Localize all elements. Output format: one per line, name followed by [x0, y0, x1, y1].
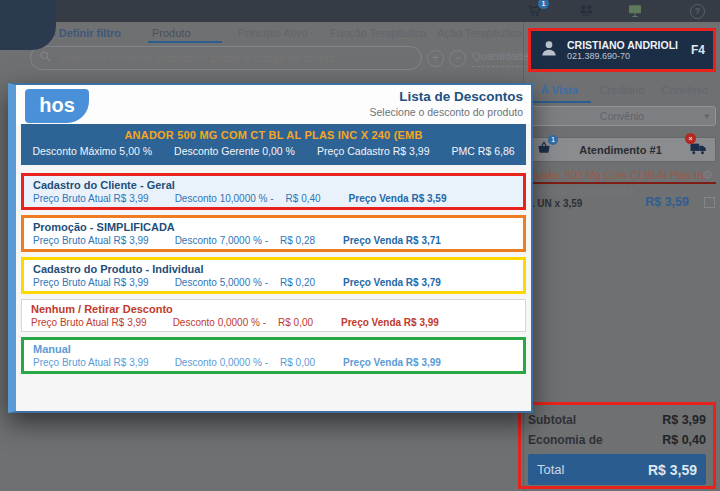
subtotal-row: Subtotal R$ 3,99 — [528, 410, 706, 430]
discount-amount: R$ 0,28 — [280, 235, 315, 246]
top-bar — [0, 0, 720, 22]
product-info-bar: ANADOR 500 MG COM CT BL AL PLAS INC X 24… — [21, 124, 526, 165]
subtotal-value: R$ 3,99 — [662, 413, 706, 427]
person-icon — [539, 38, 559, 62]
tab-principio-ativo[interactable]: Princípio Ativo — [238, 27, 308, 39]
economy-row: Economia de R$ 0,40 — [528, 430, 706, 450]
app-logo — [0, 0, 56, 50]
economy-label: Economia de — [528, 433, 603, 447]
discount-percent: Desconto 0,0000 % - — [175, 357, 268, 368]
decrease-quantity-button[interactable]: − — [449, 50, 466, 67]
customer-name: CRISTIANO ANDRIOLI — [567, 39, 691, 51]
tab-funcao-terapeutica[interactable]: Função Terapêutica — [330, 27, 426, 39]
sale-price: Preço Venda R$ 3,99 — [341, 317, 439, 328]
customer-shortcut: F4 — [691, 43, 705, 57]
tab-acao-terapeutica[interactable]: Ação Terapêutica — [437, 27, 522, 39]
modal-title: Lista de Descontos — [369, 89, 523, 106]
help-button[interactable]: ? — [690, 4, 705, 19]
discount-options-list: Cadastro do Cliente - Geral Preço Bruto … — [21, 173, 526, 374]
delivery-unavailable-badge: × — [685, 133, 696, 144]
gross-price: Preço Bruto Atual R$ 3,99 — [33, 193, 149, 204]
discount-option-customer-general[interactable]: Cadastro do Cliente - Geral Preço Bruto … — [21, 173, 526, 210]
cart-button[interactable]: 1 — [527, 3, 542, 19]
convenio-select[interactable]: Convênio ▾ — [528, 106, 716, 126]
discount-percent: Desconto 0,0000 % - — [173, 317, 266, 328]
cart-item-quantity: 1 UN x 3,59 — [529, 198, 582, 209]
gross-price: Preço Bruto Atual R$ 3,99 — [33, 235, 149, 246]
discount-option-title: Manual — [33, 343, 514, 355]
discount-list-modal: hos Lista de Descontos Selecione o desco… — [8, 83, 533, 413]
sale-price: Preço Venda R$ 3,99 — [343, 357, 441, 368]
modal-header: hos Lista de Descontos Selecione o desco… — [16, 85, 531, 124]
monitor-button[interactable] — [627, 3, 643, 19]
discount-percent: Desconto 7,0000 % - — [175, 235, 268, 246]
discount-amount: R$ 0,40 — [286, 193, 321, 204]
tab-produto-underline — [148, 41, 222, 43]
total-value: R$ 3,59 — [648, 462, 697, 478]
discount-percent: Desconto 10,0000 % - — [175, 193, 274, 204]
gross-price: Preço Bruto Atual R$ 3,99 — [33, 357, 149, 368]
search-input[interactable] — [58, 51, 413, 65]
manager-discount: Desconto Gerente 0,00 % — [174, 145, 295, 157]
discount-option-title: Promoção - SIMPLIFICADA — [33, 221, 514, 233]
attendance-bar[interactable]: 1 Atendimento #1 × — [528, 137, 716, 162]
totals-box: Subtotal R$ 3,99 Economia de R$ 0,40 Tot… — [518, 402, 716, 489]
cart-item-checkbox[interactable] — [704, 197, 715, 208]
search-icon — [39, 49, 52, 67]
gross-price: Preço Bruto Atual R$ 3,99 — [31, 317, 147, 328]
quantity-field[interactable]: Quantidade — [472, 50, 529, 67]
discount-option-manual[interactable]: Manual Preço Bruto Atual R$ 3,99 Descont… — [21, 337, 526, 374]
discount-option-title: Nenhum / Retirar Desconto — [31, 303, 516, 315]
monitor-icon — [627, 3, 643, 18]
sale-price: Preço Venda R$ 3,71 — [343, 235, 441, 246]
product-search[interactable] — [30, 46, 422, 70]
discount-amount: R$ 0,00 — [278, 317, 313, 328]
discount-option-none[interactable]: Nenhum / Retirar Desconto Preço Bruto At… — [21, 299, 526, 332]
basket-icon: 1 — [536, 140, 552, 160]
pmc-price: PMC R$ 6,86 — [452, 145, 515, 157]
customer-document: 021.389.690-70 — [567, 51, 691, 61]
sale-price: Preço Venda R$ 3,79 — [343, 277, 441, 288]
total-label: Total — [537, 462, 564, 477]
modal-subtitle: Selecione o desconto do produto — [369, 106, 523, 119]
hos-logo: hos — [25, 89, 89, 123]
users-button[interactable] — [578, 3, 594, 19]
pos-screen: 1 ? F10 - Definir filtro Produto Princíp… — [0, 0, 720, 491]
customer-box[interactable]: CRISTIANO ANDRIOLI 021.389.690-70 F4 — [528, 28, 716, 72]
gear-icon[interactable]: ⚙ — [702, 168, 713, 182]
basket-badge: 1 — [548, 135, 558, 145]
cart-item-price: R$ 3,59 — [614, 195, 689, 209]
cart-icon: 1 — [527, 3, 542, 18]
cart-item-accent — [524, 182, 716, 184]
help-icon: ? — [690, 4, 705, 19]
subtotal-label: Subtotal — [528, 413, 576, 427]
max-discount: Desconto Máximo 5,00 % — [32, 145, 152, 157]
convenio-selected: Convênio — [600, 110, 644, 122]
users-icon — [578, 3, 594, 18]
total-bar: Total R$ 3,59 — [528, 454, 706, 485]
tab-crediario[interactable]: Crediário — [591, 84, 654, 103]
economy-value: R$ 0,40 — [662, 433, 706, 447]
payment-tabs: À Vista Crediário Convênio — [528, 84, 716, 103]
tab-a-vista[interactable]: À Vista — [528, 84, 591, 103]
discount-option-title: Cadastro do Cliente - Geral — [33, 179, 514, 191]
discount-option-product-individual[interactable]: Cadastro do Produto - Individual Preço B… — [21, 257, 526, 294]
discount-option-promotion[interactable]: Promoção - SIMPLIFICADA Preço Bruto Atua… — [21, 215, 526, 252]
register-price: Preço Cadastro R$ 3,99 — [317, 145, 430, 157]
increase-quantity-button[interactable]: + — [427, 50, 444, 67]
chevron-down-icon: ▾ — [704, 111, 709, 121]
cart-item-name[interactable]: Anador 500 Mg Com Ct Bl Al Plas Inc X — [526, 169, 708, 181]
discount-amount: R$ 0,20 — [280, 277, 315, 288]
sale-price: Preço Venda R$ 3,59 — [349, 193, 447, 204]
gross-price: Preço Bruto Atual R$ 3,99 — [33, 277, 149, 288]
attendance-label: Atendimento #1 — [552, 144, 689, 156]
delivery-truck-icon: × — [689, 140, 708, 160]
discount-option-title: Cadastro do Produto - Individual — [33, 263, 514, 275]
modal-product-name: ANADOR 500 MG COM CT BL AL PLAS INC X 24… — [21, 129, 526, 141]
tab-convenio[interactable]: Convênio — [653, 84, 716, 103]
discount-amount: R$ 0,00 — [280, 357, 315, 368]
tab-produto[interactable]: Produto — [152, 27, 191, 39]
discount-percent: Desconto 5,0000 % - — [175, 277, 268, 288]
